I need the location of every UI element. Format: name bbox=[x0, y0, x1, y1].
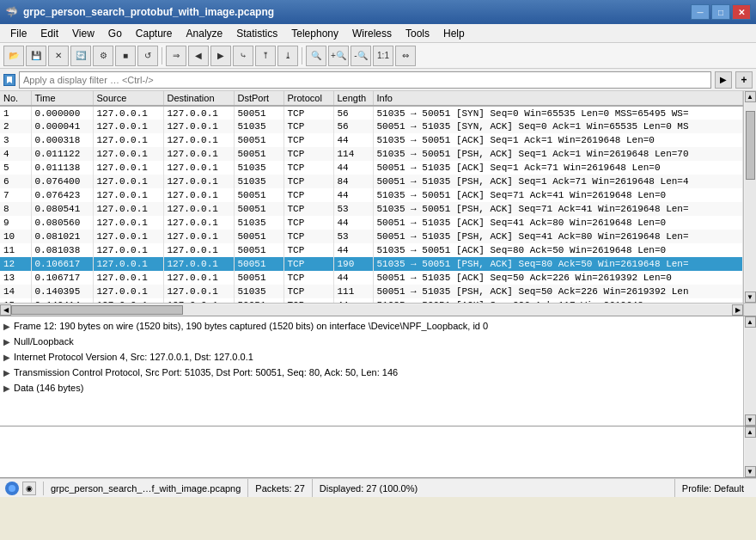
menu-item-capture[interactable]: Capture bbox=[129, 26, 180, 41]
minimize-button[interactable]: ─ bbox=[691, 4, 710, 20]
open-icon[interactable]: 📂 bbox=[3, 46, 24, 66]
cell-1: 0.080541 bbox=[31, 202, 93, 216]
filter-plus-btn[interactable]: + bbox=[735, 71, 753, 89]
hex-area: ▲ ▼ bbox=[0, 426, 756, 478]
cell-0: 6 bbox=[0, 175, 31, 188]
cell-1: 0.106617 bbox=[31, 257, 93, 271]
packet-hscroll[interactable]: ◀ ▶ bbox=[0, 303, 743, 316]
menu-item-view[interactable]: View bbox=[65, 26, 101, 41]
save-icon[interactable]: 💾 bbox=[26, 46, 46, 66]
detail-item[interactable]: ▶Transmission Control Protocol, Src Port… bbox=[0, 365, 756, 380]
col-no[interactable]: No. bbox=[0, 91, 31, 106]
bottom-icon[interactable]: ⤓ bbox=[277, 46, 298, 66]
cell-5: TCP bbox=[284, 285, 333, 298]
hscroll-right[interactable]: ▶ bbox=[732, 304, 743, 316]
cell-4: 50051 bbox=[234, 147, 284, 161]
detail-list: ▶Frame 12: 190 bytes on wire (1520 bits)… bbox=[0, 316, 756, 397]
table-row[interactable]: 110.081038127.0.0.1127.0.0.150051TCP4451… bbox=[0, 243, 743, 257]
menu-item-file[interactable]: File bbox=[3, 26, 34, 41]
cell-2: 127.0.0.1 bbox=[93, 271, 163, 285]
table-row[interactable]: 20.000041127.0.0.1127.0.0.151035TCP56500… bbox=[0, 120, 743, 133]
table-row[interactable]: 60.076400127.0.0.1127.0.0.151035TCP84500… bbox=[0, 175, 743, 188]
zoomout-icon[interactable]: -🔍 bbox=[351, 46, 371, 66]
menu-item-analyze[interactable]: Analyze bbox=[180, 26, 230, 41]
filter-arrow-btn[interactable]: ▶ bbox=[715, 71, 732, 89]
hex-vscroll-down[interactable]: ▼ bbox=[745, 466, 756, 477]
table-row[interactable]: 80.080541127.0.0.1127.0.0.150051TCP53510… bbox=[0, 202, 743, 216]
stop-icon[interactable]: ■ bbox=[115, 46, 136, 66]
table-row[interactable]: 100.081021127.0.0.1127.0.0.150051TCP5350… bbox=[0, 230, 743, 243]
detail-item[interactable]: ▶Null/Loopback bbox=[0, 334, 756, 349]
packet-vscroll[interactable]: ▲ ▼ bbox=[743, 91, 756, 303]
options-icon[interactable]: ⚙ bbox=[93, 46, 113, 66]
restart-icon[interactable]: ↺ bbox=[137, 46, 158, 66]
menu-item-statistics[interactable]: Statistics bbox=[229, 26, 284, 41]
menu-item-wireless[interactable]: Wireless bbox=[345, 26, 399, 41]
table-row[interactable]: 140.140395127.0.0.1127.0.0.151035TCP1115… bbox=[0, 285, 743, 298]
hex-vscroll[interactable]: ▲ ▼ bbox=[743, 426, 756, 477]
col-dst[interactable]: Destination bbox=[163, 91, 234, 106]
find-icon[interactable]: 🔍 bbox=[306, 46, 326, 66]
detail-item[interactable]: ▶Data (146 bytes) bbox=[0, 380, 756, 396]
cell-7: 50051 → 51035 [PSH, ACK] Seq=41 Ack=80 W… bbox=[373, 230, 743, 243]
cell-5: TCP bbox=[284, 175, 333, 188]
back-icon[interactable]: ◀ bbox=[188, 46, 209, 66]
top-icon[interactable]: ⤒ bbox=[255, 46, 276, 66]
filter-input[interactable] bbox=[19, 71, 711, 89]
cell-4: 51035 bbox=[234, 120, 284, 133]
close-icon-tb[interactable]: ✕ bbox=[48, 46, 69, 66]
menu-item-go[interactable]: Go bbox=[101, 26, 129, 41]
col-dstport[interactable]: DstPort bbox=[234, 91, 284, 106]
menu-item-telephony[interactable]: Telephony bbox=[284, 26, 345, 41]
hscroll-thumb[interactable] bbox=[11, 305, 183, 315]
table-row[interactable]: 120.106617127.0.0.1127.0.0.150051TCP1905… bbox=[0, 257, 743, 271]
table-row[interactable]: 50.011138127.0.0.1127.0.0.151035TCP44500… bbox=[0, 161, 743, 175]
col-len[interactable]: Length bbox=[333, 91, 373, 106]
zoomin-icon[interactable]: +🔍 bbox=[328, 46, 349, 66]
detail-vscroll-down[interactable]: ▼ bbox=[745, 414, 756, 426]
vscroll-thumb[interactable] bbox=[746, 111, 755, 180]
cell-7: 51035 → 50051 [ACK] Seq=80 Ack=50 Win=26… bbox=[373, 243, 743, 257]
table-row[interactable]: 40.011122127.0.0.1127.0.0.150051TCP11451… bbox=[0, 147, 743, 161]
cell-6: 114 bbox=[333, 147, 373, 161]
vscroll-down[interactable]: ▼ bbox=[745, 291, 756, 303]
col-src[interactable]: Source bbox=[93, 91, 163, 106]
table-row[interactable]: 130.106717127.0.0.1127.0.0.150051TCP4450… bbox=[0, 271, 743, 285]
hex-vscroll-up[interactable]: ▲ bbox=[745, 426, 756, 438]
menu-item-help[interactable]: Help bbox=[436, 26, 472, 41]
detail-item[interactable]: ▶Internet Protocol Version 4, Src: 127.0… bbox=[0, 349, 756, 365]
reload-icon[interactable]: 🔄 bbox=[70, 46, 91, 66]
detail-text: Frame 12: 190 bytes on wire (1520 bits),… bbox=[14, 321, 488, 331]
vscroll-up[interactable]: ▲ bbox=[745, 91, 756, 102]
cell-6: 84 bbox=[333, 175, 373, 188]
col-time[interactable]: Time bbox=[31, 91, 93, 106]
cell-4: 51035 bbox=[234, 161, 284, 175]
detail-item[interactable]: ▶Frame 12: 190 bytes on wire (1520 bits)… bbox=[0, 318, 756, 334]
cell-1: 0.140395 bbox=[31, 285, 93, 298]
maximize-button[interactable]: □ bbox=[711, 4, 730, 20]
detail-vscroll[interactable]: ▲ ▼ bbox=[743, 316, 756, 426]
forward-icon[interactable]: ▶ bbox=[210, 46, 231, 66]
detail-vscroll-up[interactable]: ▲ bbox=[745, 316, 756, 328]
goto-icon[interactable]: ⤷ bbox=[233, 46, 253, 66]
filter-icon[interactable]: ⇒ bbox=[166, 46, 186, 66]
col-proto[interactable]: Protocol bbox=[284, 91, 333, 106]
table-row[interactable]: 30.000318127.0.0.1127.0.0.150051TCP44510… bbox=[0, 133, 743, 147]
menu-item-tools[interactable]: Tools bbox=[399, 26, 436, 41]
filter-bookmark-icon[interactable] bbox=[3, 74, 15, 86]
menu-item-edit[interactable]: Edit bbox=[34, 26, 65, 41]
cell-7: 51035 → 50051 [SYN] Seq=0 Win=65535 Len=… bbox=[373, 106, 743, 120]
resize-icon[interactable]: ⇔ bbox=[395, 46, 416, 66]
cell-5: TCP bbox=[284, 243, 333, 257]
table-row[interactable]: 10.000000127.0.0.1127.0.0.150051TCP56510… bbox=[0, 106, 743, 120]
zoomreset-icon[interactable]: 1:1 bbox=[373, 46, 393, 66]
cell-7: 51035 → 50051 [PSH, ACK] Seq=1 Ack=1 Win… bbox=[373, 147, 743, 161]
table-row[interactable]: 70.076423127.0.0.1127.0.0.150051TCP44510… bbox=[0, 188, 743, 202]
hscroll-left[interactable]: ◀ bbox=[0, 304, 11, 316]
table-row[interactable]: 90.080560127.0.0.1127.0.0.151035TCP44500… bbox=[0, 216, 743, 230]
cell-4: 50051 bbox=[234, 271, 284, 285]
close-button[interactable]: ✕ bbox=[732, 4, 751, 20]
cell-6: 190 bbox=[333, 257, 373, 271]
cell-2: 127.0.0.1 bbox=[93, 147, 163, 161]
col-info[interactable]: Info bbox=[373, 91, 743, 106]
